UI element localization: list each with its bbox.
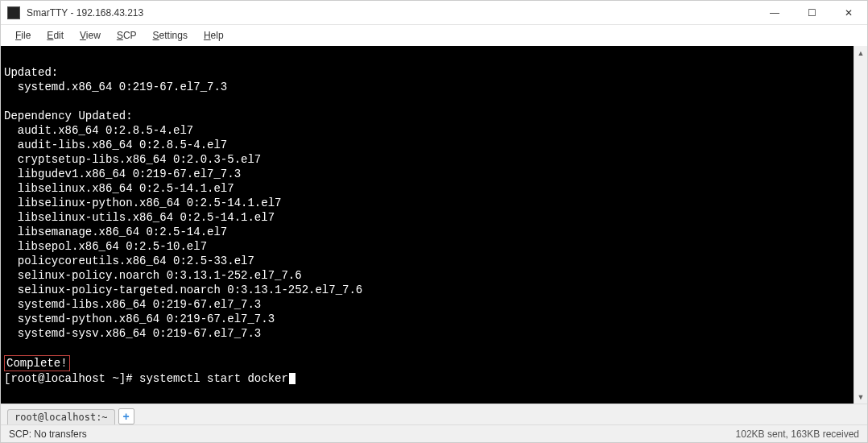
menu-help[interactable]: Help <box>204 30 224 41</box>
session-tab[interactable]: root@localhost:~ <box>7 409 115 424</box>
terminal-area: Updated: systemd.x86_64 0:219-67.el7_7.3… <box>1 46 867 404</box>
menu-scp[interactable]: SCP <box>117 30 137 41</box>
terminal-output[interactable]: Updated: systemd.x86_64 0:219-67.el7_7.3… <box>1 46 854 404</box>
menu-file[interactable]: File <box>15 30 31 41</box>
scroll-down-arrow[interactable]: ▼ <box>854 390 867 404</box>
menu-settings[interactable]: Settings <box>153 30 188 41</box>
maximize-button[interactable]: ☐ <box>793 1 830 24</box>
complete-highlight: Complete! <box>4 355 70 371</box>
statusbar: SCP: No transfers 102KB sent, 163KB rece… <box>1 424 867 442</box>
window-title: SmarTTY - 192.168.43.213 <box>27 7 756 19</box>
app-icon <box>7 6 20 19</box>
scroll-up-arrow[interactable]: ▲ <box>854 46 867 60</box>
status-left: SCP: No transfers <box>9 429 736 440</box>
status-right: 102KB sent, 163KB received <box>736 429 859 440</box>
add-tab-button[interactable]: + <box>118 408 134 424</box>
titlebar: SmarTTY - 192.168.43.213 — ☐ ✕ <box>1 1 867 25</box>
window-controls: — ☐ ✕ <box>756 1 867 24</box>
menubar: File Edit View SCP Settings Help <box>1 25 867 46</box>
scroll-track[interactable] <box>854 60 867 390</box>
scrollbar[interactable]: ▲ ▼ <box>854 46 867 404</box>
cursor <box>289 373 296 384</box>
tabbar: root@localhost:~ + <box>1 404 867 424</box>
close-button[interactable]: ✕ <box>830 1 867 24</box>
menu-view[interactable]: View <box>80 30 101 41</box>
minimize-button[interactable]: — <box>756 1 793 24</box>
menu-edit[interactable]: Edit <box>47 30 64 41</box>
